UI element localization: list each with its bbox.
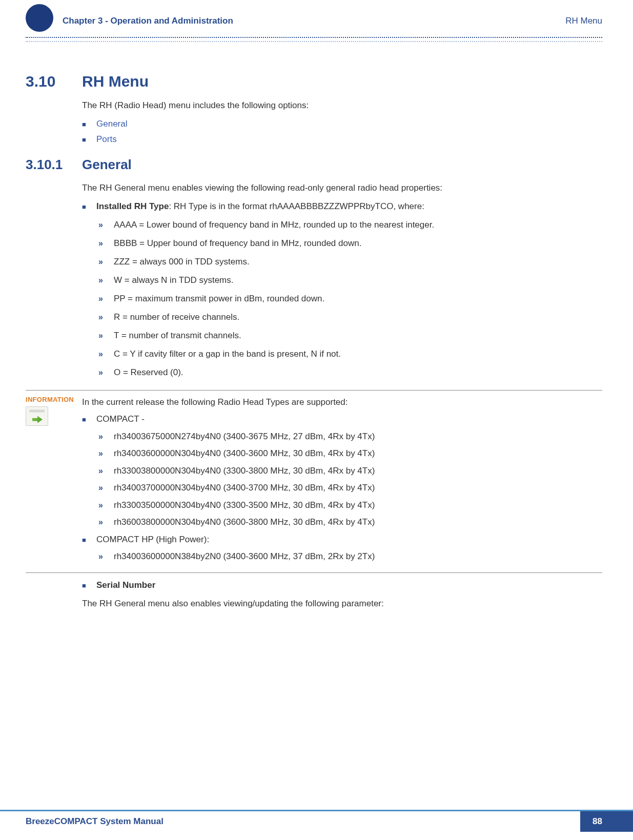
compact-label: COMPACT - (96, 413, 145, 426)
information-label: INFORMATION (26, 396, 82, 403)
square-bullet-icon: ■ (82, 535, 96, 545)
info-body: In the current release the following Rad… (82, 396, 602, 567)
information-box: INFORMATION In the current release the f… (26, 390, 602, 573)
chevron-icon: » (98, 499, 114, 511)
chapter-title: Chapter 3 - Operation and Administration (63, 16, 565, 26)
format-field-list: »AAAA = Lower bound of frequency band in… (98, 220, 602, 378)
chevron-icon: » (98, 516, 114, 528)
info-compact-list: ■ COMPACT - (82, 413, 602, 426)
rh-type-item: rh36003800000N304by4N0 (3600-3800 MHz, 3… (114, 516, 375, 529)
header-ornament-circle (26, 4, 53, 32)
list-item: »rh34003675000N274by4N0 (3400-3675 MHz, … (98, 430, 602, 443)
list-item: »AAAA = Lower bound of frequency band in… (98, 220, 602, 230)
list-item: ■ Serial Number (82, 580, 602, 590)
section-link-list: ■ General ■ Ports (82, 119, 602, 145)
field-desc: ZZZ = always 000 in TDD systems. (114, 257, 250, 267)
subsection-title: General (82, 157, 132, 173)
chevron-icon: » (98, 350, 114, 359)
info-lead-text: In the current release the following Rad… (82, 396, 602, 409)
property-list: ■ Installed RH Type: RH Type is in the f… (82, 201, 602, 212)
subsection-intro: The RH General menu enables viewing the … (82, 182, 602, 194)
list-item: »rh34003700000N304by4N0 (3400-3700 MHz, … (98, 481, 602, 495)
square-bullet-icon: ■ (82, 136, 96, 144)
chevron-icon: » (98, 294, 114, 303)
chevron-icon: » (98, 550, 114, 563)
header-divider (26, 41, 602, 42)
chevron-icon: » (98, 482, 114, 494)
rh-type-item: rh33003500000N304by4N0 (3300-3500 MHz, 3… (114, 499, 375, 512)
subsection-heading: 3.10.1 General (82, 157, 602, 173)
section-title: RH Menu (82, 73, 149, 90)
section-intro: The RH (Radio Head) menu includes the fo… (82, 99, 602, 112)
info-sidebar: INFORMATION (26, 396, 82, 567)
chevron-icon: » (98, 239, 114, 248)
compact-hp-label: COMPACT HP (High Power): (96, 533, 209, 546)
installed-rh-type-line: Installed RH Type: RH Type is in the for… (96, 201, 424, 212)
field-desc: T = number of transmit channels. (114, 331, 241, 341)
list-item: »W = always N in TDD systems. (98, 275, 602, 285)
chevron-icon: » (98, 257, 114, 267)
list-item: ■ COMPACT HP (High Power): (82, 533, 602, 546)
page-footer: BreezeCOMPACT System Manual 88 (0, 810, 633, 832)
content-area: 3.10 RH Menu The RH (Radio Head) menu in… (82, 73, 602, 609)
chevron-icon: » (98, 220, 114, 230)
serial-followup-text: The RH General menu also enables viewing… (82, 598, 602, 610)
chevron-icon: » (98, 276, 114, 285)
list-item: ■ COMPACT - (82, 413, 602, 426)
list-item: »rh34003600000N384by2N0 (3400-3600 MHz, … (98, 550, 602, 563)
chevron-icon: » (98, 313, 114, 322)
compact-items: »rh34003675000N274by4N0 (3400-3675 MHz, … (98, 430, 602, 529)
footer-page-number: 88 (580, 811, 633, 832)
rh-type-item: rh34003600000N304by4N0 (3400-3600 MHz, 3… (114, 447, 375, 460)
section-heading: 3.10 RH Menu (82, 73, 602, 90)
square-bullet-icon: ■ (82, 120, 96, 128)
list-item: »C = Y if cavity filter or a gap in the … (98, 349, 602, 359)
link-ports[interactable]: Ports (96, 134, 117, 145)
chevron-icon: » (98, 465, 114, 477)
hp-items: »rh34003600000N384by2N0 (3400-3600 MHz, … (98, 550, 602, 563)
document-arrow-icon (26, 406, 48, 426)
rh-type-item: rh33003800000N304by4N0 (3300-3800 MHz, 3… (114, 464, 375, 478)
chevron-icon: » (98, 447, 114, 460)
section-number: 3.10 (26, 73, 82, 90)
square-bullet-icon: ■ (82, 203, 96, 211)
rh-type-item: rh34003600000N384by2N0 (3400-3600 MHz, 3… (114, 550, 375, 563)
list-item: »rh33003500000N304by4N0 (3300-3500 MHz, … (98, 499, 602, 512)
list-item: »rh36003800000N304by4N0 (3600-3800 MHz, … (98, 516, 602, 529)
list-item: »rh34003600000N304by4N0 (3400-3600 MHz, … (98, 447, 602, 460)
field-desc: R = number of receive channels. (114, 312, 239, 322)
installed-rh-type-text: : RH Type is in the format rhAAAABBBBZZZ… (169, 201, 424, 211)
page: Chapter 3 - Operation and Administration… (0, 0, 633, 810)
list-item: »R = number of receive channels. (98, 312, 602, 322)
info-hp-list: ■ COMPACT HP (High Power): (82, 533, 602, 546)
list-item: »ZZZ = always 000 in TDD systems. (98, 257, 602, 267)
list-item: »rh33003800000N304by4N0 (3300-3800 MHz, … (98, 464, 602, 478)
list-item: »BBBB = Upper bound of frequency band in… (98, 238, 602, 249)
serial-number-label: Serial Number (96, 580, 155, 590)
link-general[interactable]: General (96, 119, 127, 129)
footer-manual-title: BreezeCOMPACT System Manual (0, 811, 580, 832)
subsection-number: 3.10.1 (26, 157, 82, 173)
field-desc: O = Reserved (0). (114, 367, 183, 378)
list-item: »O = Reserved (0). (98, 367, 602, 378)
list-item: ■ Installed RH Type: RH Type is in the f… (82, 201, 602, 212)
serial-number-list: ■ Serial Number (82, 580, 602, 590)
header-section-name: RH Menu (565, 16, 602, 26)
page-header: Chapter 3 - Operation and Administration… (26, 10, 602, 38)
chevron-icon: » (98, 368, 114, 377)
chevron-icon: » (98, 431, 114, 443)
square-bullet-icon: ■ (82, 582, 96, 589)
chevron-icon: » (98, 331, 114, 340)
field-desc: AAAA = Lower bound of frequency band in … (114, 220, 434, 230)
rh-type-item: rh34003675000N274by4N0 (3400-3675 MHz, 2… (114, 430, 375, 443)
field-desc: PP = maximum transmit power in dBm, roun… (114, 294, 324, 304)
installed-rh-type-label: Installed RH Type (96, 201, 169, 211)
list-item: »PP = maximum transmit power in dBm, rou… (98, 294, 602, 304)
rh-type-item: rh34003700000N304by4N0 (3400-3700 MHz, 3… (114, 481, 375, 495)
list-item: »T = number of transmit channels. (98, 331, 602, 341)
field-desc: C = Y if cavity filter or a gap in the b… (114, 349, 341, 359)
field-desc: W = always N in TDD systems. (114, 275, 233, 285)
square-bullet-icon: ■ (82, 415, 96, 425)
field-desc: BBBB = Upper bound of frequency band in … (114, 238, 361, 249)
list-item: ■ Ports (82, 134, 602, 145)
